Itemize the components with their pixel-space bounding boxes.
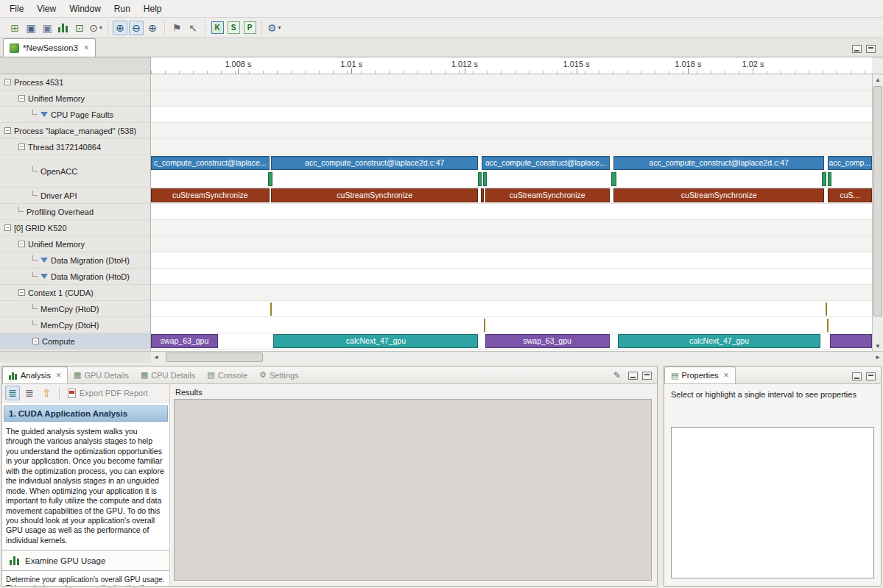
tree-item-profiling-overhead[interactable]: Profiling Overhead — [0, 204, 150, 220]
memcpy-interval[interactable] — [827, 319, 829, 332]
search-settings-icon[interactable]: ⊙▾ — [88, 21, 103, 35]
tree-item-thread-3172140864[interactable]: −Thread 3172140864 — [0, 139, 150, 155]
close-icon[interactable]: × — [84, 43, 89, 53]
horizontal-scrollbar[interactable]: ◄ ► — [151, 351, 883, 363]
memcpy-interval[interactable] — [826, 302, 827, 316]
interval-swap-63-gpu[interactable]: swap_63_gpu — [485, 334, 610, 348]
tree-item-openacc[interactable]: OpenACC — [0, 155, 150, 188]
interval-calcnext-47-gpu[interactable]: calcNext_47_gpu — [618, 334, 820, 348]
interval-wait[interactable] — [822, 172, 826, 186]
tree-item-cpu-page-faults[interactable]: CPU Page Faults — [0, 107, 150, 123]
collapse-icon[interactable]: − — [4, 224, 11, 231]
promote-results-icon[interactable]: ⇧ — [39, 386, 54, 400]
tree-item-memcpy-htod[interactable]: MemCpy (HtoD) — [0, 301, 150, 317]
collapse-icon[interactable]: − — [18, 289, 25, 296]
collapse-icon[interactable]: − — [4, 127, 11, 134]
maximize-icon[interactable] — [642, 372, 652, 380]
menu-run[interactable]: Run — [108, 1, 137, 16]
interval-custreamsynchronize[interactable]: cuStreamSynchronize — [271, 188, 478, 202]
collapse-icon[interactable]: − — [18, 95, 25, 102]
scroll-left-icon[interactable]: ◄ — [151, 354, 161, 361]
analysis-menu-icon[interactable]: ⚙▾ — [267, 21, 282, 35]
tab-properties[interactable]: ▤ Properties × — [664, 366, 736, 383]
interval-calcnext-47-gpu[interactable]: calcNext_47_gpu — [273, 334, 478, 348]
memcpy-interval[interactable] — [270, 302, 272, 316]
interval-acc-comp[interactable]: acc_comp... — [828, 156, 872, 170]
tree-item-compute[interactable]: −Compute — [0, 333, 150, 350]
interval-wait[interactable] — [611, 172, 617, 186]
interval-swap-63-gpu[interactable]: swap_63_gpu — [151, 334, 218, 348]
zoom-in-icon[interactable]: ⊕ — [113, 21, 127, 35]
scroll-right-icon[interactable]: ► — [873, 354, 883, 361]
interval-custreamsynchronize[interactable]: cuStreamSynchronize — [151, 188, 270, 202]
export-icon[interactable]: ⊡ — [72, 21, 87, 35]
tree-item-memcpy-dtoh[interactable]: MemCpy (DtoH) — [0, 317, 150, 333]
minimize-icon[interactable] — [628, 372, 638, 380]
collapse-icon[interactable]: − — [4, 79, 11, 85]
close-icon[interactable]: × — [56, 370, 61, 380]
scroll-down-icon[interactable]: ▼ — [873, 341, 883, 351]
menu-help[interactable]: Help — [137, 1, 169, 16]
menu-file[interactable]: File — [3, 1, 30, 16]
select-arrow-icon[interactable]: ↖ — [186, 21, 200, 35]
interval-cus[interactable]: cuS... — [828, 188, 872, 202]
interval-swap[interactable] — [830, 334, 872, 348]
tree-item-data-migration-dtoh[interactable]: Data Migration (DtoH) — [0, 252, 150, 269]
view-menu-icon[interactable]: ✎ — [613, 370, 621, 380]
tab-console[interactable]: ▤Console — [201, 366, 253, 383]
memcpy-interval[interactable] — [484, 319, 485, 332]
tree-item-data-migration-htod[interactable]: Data Migration (HtoD) — [0, 269, 150, 285]
tree-item-unified-memory[interactable]: −Unified Memory — [0, 91, 150, 107]
tree-item-unified-memory[interactable]: −Unified Memory — [0, 236, 150, 252]
kernel-toggle-button[interactable]: K — [210, 21, 225, 35]
interval-acc-compute-construct-laplace2d-c-47[interactable]: acc_compute_construct@laplace2d.c:47 — [271, 156, 478, 170]
collapse-icon[interactable]: − — [18, 241, 25, 247]
collapse-icon[interactable]: − — [32, 338, 39, 344]
maximize-icon[interactable] — [866, 45, 876, 53]
tab-gpu-details[interactable]: ▦GPU Details — [68, 366, 135, 383]
interval-wait[interactable] — [828, 172, 831, 186]
guided-analysis-icon[interactable]: ≣ — [5, 386, 20, 400]
tab-cpu-details[interactable]: ▦CPU Details — [135, 366, 201, 383]
close-icon[interactable]: × — [724, 370, 729, 380]
interval-wait[interactable] — [478, 172, 482, 186]
process-toggle-button[interactable]: P — [242, 21, 257, 35]
menu-view[interactable]: View — [30, 1, 63, 16]
interval-wait[interactable] — [268, 172, 273, 186]
interval-driver[interactable] — [481, 188, 484, 202]
vscroll-thumb[interactable] — [873, 86, 882, 316]
interval-custreamsynchronize[interactable]: cuStreamSynchronize — [485, 188, 610, 202]
zoom-out-icon[interactable]: ⊖ — [129, 21, 144, 35]
maximize-icon[interactable] — [866, 372, 876, 380]
interval-c-compute-construct-laplace[interactable]: c_compute_construct@laplace... — [151, 156, 270, 170]
stream-toggle-button[interactable]: S — [226, 21, 241, 35]
interval-custreamsynchronize[interactable]: cuStreamSynchronize — [613, 188, 824, 202]
vertical-scrollbar[interactable]: ▲ ▼ — [872, 74, 883, 351]
scroll-up-icon[interactable]: ▲ — [873, 74, 883, 85]
hscroll-thumb[interactable] — [166, 353, 263, 362]
save-session-icon[interactable]: ▣ — [24, 21, 38, 35]
timeline-chart-icon[interactable] — [56, 21, 71, 35]
tree-item-context-1-cuda[interactable]: −Context 1 (CUDA) — [0, 285, 150, 301]
export-pdf-button[interactable]: Export PDF Report — [65, 387, 151, 400]
zoom-fit-icon[interactable]: ⊕ — [145, 21, 160, 35]
collapse-icon[interactable]: − — [18, 144, 25, 150]
minimize-icon[interactable] — [852, 45, 862, 53]
interval-acc-compute-construct-laplace2d-c-47[interactable]: acc_compute_construct@laplace2d.c:47 — [613, 156, 824, 170]
tree-item-process-laplace-managed-538[interactable]: −Process "laplace_managed" (538) — [0, 123, 150, 139]
examine-gpu-usage-button[interactable]: Examine GPU Usage — [2, 550, 169, 571]
tree-item-process-4531[interactable]: −Process 4531 — [0, 74, 150, 91]
marker-flag-icon[interactable]: ⚑ — [169, 21, 184, 35]
tab-settings[interactable]: ⚙Settings — [253, 366, 305, 383]
minimize-icon[interactable] — [852, 372, 862, 380]
tree-item-driver-api[interactable]: Driver API — [0, 188, 150, 204]
unguided-analysis-icon[interactable]: ≣ — [22, 386, 37, 400]
tree-item-0-grid-k520[interactable]: −[0] GRID K520 — [0, 220, 150, 236]
interval-acc-compute-construct-laplace[interactable]: acc_compute_construct@laplace... — [482, 156, 610, 170]
session-tab[interactable]: *NewSession3 × — [3, 38, 96, 57]
save-all-icon[interactable]: ▣ — [40, 21, 54, 35]
interval-wait[interactable] — [483, 172, 487, 186]
tab-analysis[interactable]: Analysis× — [2, 366, 68, 383]
new-session-icon[interactable]: ⊞ — [7, 21, 22, 35]
menu-window[interactable]: Window — [63, 1, 108, 16]
